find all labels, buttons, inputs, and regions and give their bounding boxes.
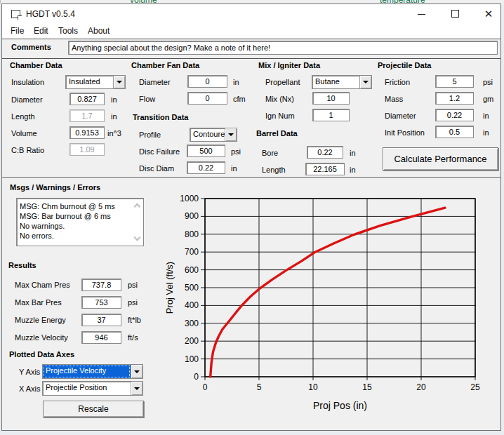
friction-unit: psi bbox=[483, 78, 493, 86]
x-axis-select[interactable]: Projectile Position bbox=[42, 381, 143, 396]
chamber-diameter-unit: in bbox=[111, 95, 117, 104]
insulation-label: Insulation bbox=[11, 78, 44, 86]
svg-text:200: 200 bbox=[185, 336, 199, 346]
chamber-volume-input[interactable]: 0.9153 bbox=[69, 126, 105, 139]
menu-tools[interactable]: Tools bbox=[56, 25, 80, 36]
proj-diameter-input[interactable]: 0.22 bbox=[435, 109, 474, 121]
muzzle-velocity-unit: ft/s bbox=[128, 333, 138, 342]
rescale-button[interactable]: Rescale bbox=[43, 401, 144, 417]
message-line: No warnings. bbox=[17, 221, 143, 231]
ign-num-input[interactable]: 1 bbox=[312, 109, 350, 121]
chamber-length-input[interactable]: 1.7 bbox=[69, 109, 105, 122]
muzzle-energy-unit: ft*lb bbox=[128, 316, 141, 324]
screen: volume temperature HGDT v0.5.4 ✕ File Ed… bbox=[0, 0, 504, 435]
dropdown-arrow-icon[interactable] bbox=[131, 365, 142, 378]
cb-ratio-label: C:B Ratio bbox=[11, 146, 44, 154]
svg-text:0: 0 bbox=[203, 382, 208, 392]
dropdown-arrow-icon[interactable] bbox=[113, 76, 125, 88]
menu-about[interactable]: About bbox=[86, 25, 112, 36]
y-axis-select[interactable]: Projectile Velocity bbox=[42, 364, 143, 379]
fan-diameter-input[interactable]: 0 bbox=[187, 75, 227, 88]
minimize-button[interactable] bbox=[406, 4, 436, 23]
comments-label: Comments bbox=[11, 43, 51, 51]
chamber-diameter-input[interactable]: 0.827 bbox=[69, 93, 105, 105]
velocity-chart: 0510152025010020030040050060070080090010… bbox=[163, 181, 501, 428]
muzzle-energy-value[interactable]: 37 bbox=[81, 314, 121, 326]
messages-listbox[interactable]: MSG: Chm burnout @ 5 ms MSG: Bar burnout… bbox=[16, 198, 144, 246]
maximize-button[interactable] bbox=[440, 4, 470, 23]
disc-diam-unit: in bbox=[231, 164, 237, 173]
message-line: MSG: Bar burnout @ 6 ms bbox=[17, 211, 143, 221]
svg-text:300: 300 bbox=[185, 319, 199, 328]
mix-nx-label: Mix (Nx) bbox=[265, 95, 294, 103]
chamber-diameter-label: Diameter bbox=[11, 95, 43, 104]
svg-text:600: 600 bbox=[185, 265, 199, 275]
svg-text:10: 10 bbox=[308, 382, 318, 392]
fan-flow-input[interactable]: 0 bbox=[187, 92, 227, 105]
mass-input[interactable]: 1.2 bbox=[435, 92, 474, 105]
svg-text:25: 25 bbox=[470, 382, 480, 392]
comments-input[interactable]: Anything special about the design? Make … bbox=[68, 41, 498, 55]
disc-failure-unit: psi bbox=[231, 147, 241, 156]
dropdown-arrow-icon[interactable] bbox=[131, 382, 142, 395]
mass-label: Mass bbox=[385, 95, 403, 103]
svg-text:800: 800 bbox=[185, 229, 199, 239]
plotted-axes-header: Plotted Data Axes bbox=[9, 350, 74, 359]
barrel-length-label: Length bbox=[262, 166, 286, 174]
x-axis-label: X Axis bbox=[19, 384, 41, 393]
max-bar-pres-value[interactable]: 753 bbox=[81, 296, 121, 309]
dropdown-arrow-icon[interactable] bbox=[225, 128, 237, 141]
disc-failure-input[interactable]: 500 bbox=[187, 145, 225, 157]
mix-data-header: Mix / Igniter Data bbox=[258, 61, 320, 69]
chamber-volume-unit: in^3 bbox=[107, 129, 121, 138]
propellant-select[interactable]: Butane bbox=[312, 75, 372, 89]
divider bbox=[2, 39, 500, 39]
messages-header: Msgs / Warnings / Errors bbox=[10, 183, 100, 192]
friction-input[interactable]: 5 bbox=[435, 75, 474, 88]
transition-data-header: Transition Data bbox=[133, 113, 188, 121]
cb-ratio-input[interactable]: 1.09 bbox=[69, 143, 105, 156]
svg-text:400: 400 bbox=[185, 300, 199, 310]
menu-file[interactable]: File bbox=[8, 25, 26, 36]
svg-text:Proj Vel (ft/s): Proj Vel (ft/s) bbox=[164, 262, 175, 314]
mass-unit: gm bbox=[483, 95, 493, 103]
disc-failure-label: Disc Failure bbox=[139, 147, 180, 156]
max-cham-pres-value[interactable]: 737.8 bbox=[81, 279, 121, 291]
svg-text:1000: 1000 bbox=[180, 194, 199, 203]
proj-diameter-label: Diameter bbox=[385, 112, 416, 120]
message-line: MSG: Chm burnout @ 5 ms bbox=[17, 201, 143, 211]
barrel-length-input[interactable]: 22.165 bbox=[305, 163, 345, 175]
muzzle-velocity-value[interactable]: 946 bbox=[81, 331, 121, 344]
profile-label: Profile bbox=[139, 130, 161, 139]
svg-text:Proj Pos (in): Proj Pos (in) bbox=[313, 400, 367, 411]
init-position-input[interactable]: 0.5 bbox=[435, 126, 474, 138]
max-bar-pres-label: Max Bar Pres bbox=[15, 298, 62, 307]
close-button[interactable]: ✕ bbox=[474, 4, 503, 23]
insulation-select[interactable]: Insulated bbox=[65, 75, 126, 89]
mix-nx-input[interactable]: 10 bbox=[312, 92, 350, 105]
fan-flow-unit: cfm bbox=[233, 95, 246, 103]
disc-diam-input[interactable]: 0.22 bbox=[187, 161, 225, 174]
barrel-length-unit: in bbox=[350, 166, 356, 174]
divider bbox=[2, 58, 500, 60]
message-line: No errors. bbox=[17, 231, 143, 241]
svg-text:20: 20 bbox=[416, 382, 426, 392]
propellant-label: Propellant bbox=[265, 78, 300, 86]
proj-diameter-unit: in bbox=[483, 112, 489, 120]
menu-edit[interactable]: Edit bbox=[32, 25, 51, 36]
fan-data-header: Chamber Fan Data bbox=[131, 61, 199, 69]
bore-input[interactable]: 0.22 bbox=[307, 146, 343, 159]
y-axis-label: Y Axis bbox=[19, 368, 40, 376]
fan-diameter-unit: in bbox=[233, 78, 239, 86]
profile-select[interactable]: Contoured bbox=[190, 128, 237, 142]
svg-text:0: 0 bbox=[194, 372, 199, 382]
fan-flow-label: Flow bbox=[139, 95, 155, 103]
friction-label: Friction bbox=[385, 78, 410, 86]
dropdown-arrow-icon[interactable] bbox=[359, 76, 371, 88]
bore-unit: in bbox=[350, 149, 356, 157]
max-cham-pres-label: Max Cham Pres bbox=[15, 281, 70, 289]
max-bar-pres-unit: psi bbox=[128, 298, 138, 307]
calculate-performance-button[interactable]: Calculate Performance bbox=[383, 147, 498, 170]
svg-text:100: 100 bbox=[185, 354, 199, 364]
init-position-label: Init Position bbox=[385, 128, 425, 137]
